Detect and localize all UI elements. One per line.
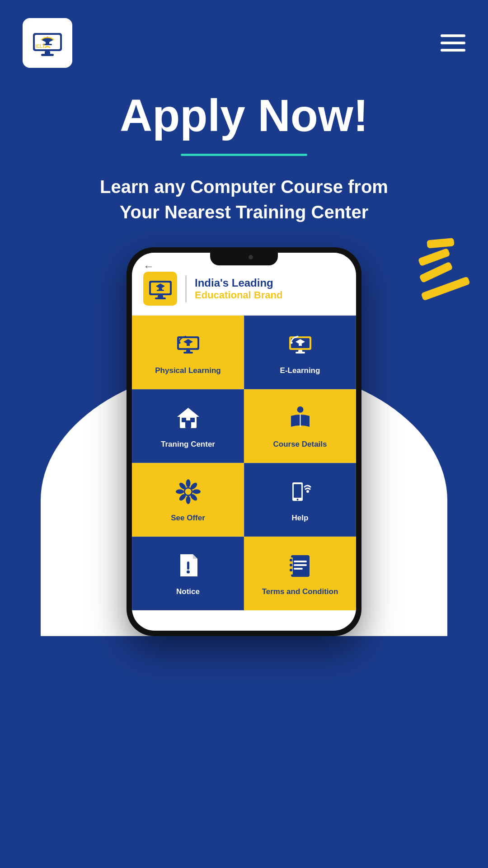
hero-divider — [181, 154, 307, 156]
svg-rect-50 — [187, 561, 189, 570]
svg-marker-29 — [177, 408, 199, 417]
training-center-icon — [174, 403, 203, 434]
notice-label: Notice — [176, 587, 200, 596]
help-label: Help — [292, 514, 309, 523]
course-details-label: Course Details — [273, 440, 327, 449]
phone-header-text: India's Leading Educational Brand — [195, 277, 282, 301]
physical-learning-icon — [174, 330, 203, 361]
help-icon — [286, 477, 315, 508]
menu-item-help[interactable]: Help — [244, 463, 356, 537]
phone-mockup: ← India's Leading — [127, 247, 361, 636]
svg-rect-28 — [296, 352, 305, 354]
svg-point-26 — [290, 342, 292, 344]
svg-point-40 — [192, 490, 201, 494]
logo-box: ICLT — [23, 18, 72, 68]
apply-now-title: Apply Now! — [18, 90, 470, 140]
svg-rect-53 — [294, 561, 307, 562]
hamburger-menu[interactable] — [441, 34, 465, 52]
svg-rect-12 — [157, 290, 164, 291]
terms-label: Terms and Condition — [262, 587, 338, 596]
see-offer-label: See Offer — [171, 514, 205, 523]
svg-point-48 — [296, 499, 298, 500]
notice-icon — [174, 551, 203, 582]
svg-rect-6 — [41, 54, 54, 56]
svg-rect-18 — [187, 344, 190, 346]
svg-point-34 — [297, 406, 303, 413]
hamburger-line-3 — [441, 49, 465, 52]
menu-item-physical-learning[interactable]: Physical Learning — [132, 316, 244, 389]
svg-point-51 — [187, 571, 190, 574]
back-arrow[interactable]: ← — [143, 260, 154, 273]
svg-rect-32 — [182, 418, 186, 422]
svg-point-58 — [290, 564, 292, 566]
svg-rect-25 — [299, 344, 302, 346]
brand-line2: Educational Brand — [195, 289, 282, 301]
see-offer-icon — [174, 477, 203, 508]
phone-screen: ← India's Leading — [132, 253, 356, 631]
e-learning-icon — [286, 330, 315, 361]
deco-line-1 — [427, 238, 454, 248]
hamburger-line-1 — [441, 34, 465, 37]
menu-item-e-learning[interactable]: E-Learning — [244, 316, 356, 389]
svg-point-59 — [290, 569, 292, 571]
hero-section: Apply Now! Learn any Computer Course fro… — [0, 77, 488, 229]
logo-icon: ICLT — [29, 25, 66, 61]
phone-logo-icon — [147, 275, 174, 302]
svg-point-37 — [186, 479, 190, 487]
brand-line1: India's Leading — [195, 277, 282, 289]
menu-item-notice[interactable]: Notice — [132, 537, 244, 610]
menu-item-course-details[interactable]: Course Details — [244, 389, 356, 463]
svg-rect-14 — [155, 297, 166, 299]
app-header: ICLT — [0, 0, 488, 77]
svg-rect-33 — [190, 418, 195, 422]
camera-dot — [249, 255, 253, 259]
svg-point-46 — [185, 489, 191, 495]
svg-point-49 — [306, 490, 309, 493]
svg-point-57 — [290, 559, 292, 561]
svg-rect-54 — [294, 564, 307, 566]
svg-rect-47 — [294, 484, 301, 498]
phone-logo — [143, 272, 177, 306]
phone-notch-bar: ← — [132, 253, 356, 263]
e-learning-label: E-Learning — [280, 366, 320, 375]
svg-rect-21 — [183, 352, 193, 354]
logo-container: ICLT — [23, 18, 72, 68]
phone-section: ← India's Leading — [0, 247, 488, 636]
terms-icon — [286, 551, 315, 582]
svg-text:ICLT: ICLT — [35, 44, 45, 49]
physical-learning-label: Physical Learning — [155, 366, 221, 375]
menu-item-terms[interactable]: Terms and Condition — [244, 537, 356, 610]
menu-item-see-offer[interactable]: See Offer — [132, 463, 244, 537]
menu-grid: Physical Learning — [132, 316, 356, 610]
phone-app-header: India's Leading Educational Brand — [132, 263, 356, 316]
svg-point-38 — [186, 496, 190, 504]
course-details-icon — [286, 403, 315, 434]
menu-item-training-center[interactable]: Traning Center — [132, 389, 244, 463]
hero-subtitle: Learn any Computer Course from Your Near… — [18, 174, 470, 225]
svg-point-39 — [176, 490, 184, 494]
phone-notch — [210, 253, 278, 265]
training-center-label: Traning Center — [161, 440, 215, 449]
phone-logo-divider — [185, 275, 187, 302]
hamburger-line-2 — [441, 42, 465, 44]
svg-rect-55 — [294, 568, 303, 570]
svg-point-19 — [178, 342, 180, 344]
